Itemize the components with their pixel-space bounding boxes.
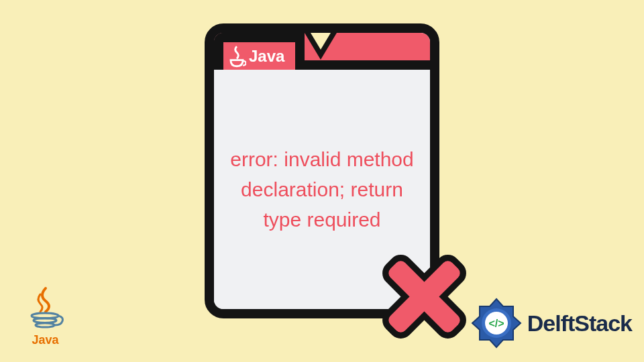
svg-point-5 bbox=[34, 318, 56, 323]
java-tab-label: Java bbox=[249, 47, 284, 66]
error-message: error: invalid method declaration; retur… bbox=[227, 144, 417, 235]
error-cross-icon bbox=[372, 245, 476, 349]
delftstack-label: DelftStack bbox=[527, 310, 632, 337]
java-tab: Java bbox=[214, 33, 305, 70]
svg-text:</>: </> bbox=[488, 318, 504, 329]
java-logo-icon bbox=[27, 286, 64, 333]
java-cup-icon bbox=[227, 45, 246, 68]
java-logo: Java bbox=[20, 286, 70, 350]
java-logo-label: Java bbox=[32, 333, 58, 347]
delftstack-logo: </> DelftStack bbox=[470, 296, 632, 350]
svg-point-6 bbox=[36, 323, 54, 327]
delftstack-badge-icon: </> bbox=[470, 296, 523, 350]
